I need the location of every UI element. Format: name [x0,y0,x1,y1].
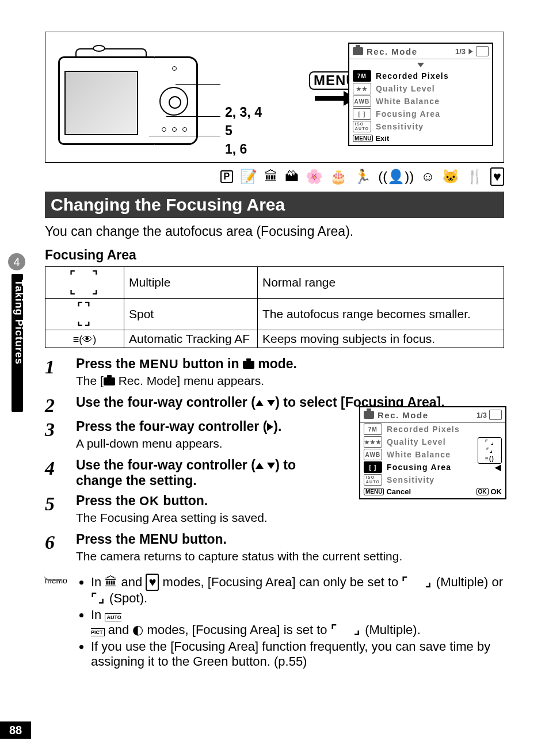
focusing-area-table: ⌜ ⌝⌞ ⌟ Multiple Normal range ⌜⌝⌞⌟ Spot T… [45,266,504,348]
table-row: ≡(👁) Automatic Tracking AF Keeps moving … [45,330,504,348]
page-content: 2, 3, 4 5 1, 6 MENU Rec. Mode 1/3 7MReco… [0,0,549,671]
memo-box: memo In 🏛 and ♥ modes, [Focusing Area] c… [45,574,504,671]
lcd-row: [ ]Focusing Area [349,108,492,120]
step-title: Press the OK button. [76,493,364,509]
spot-icon: ⌜⌝⌞⌟ [77,300,92,327]
intro-text: You can change the autofocus area (Focus… [45,224,504,239]
lcd-title: Rec. Mode [378,410,476,420]
section-heading: Changing the Focusing Area [45,192,504,218]
sub-heading: Focusing Area [45,247,504,263]
memo-swoosh-icon [44,571,61,581]
mode-icon: 🍴 [466,169,483,185]
lcd-row-active: [ ] Focusing Area ◀ ⌜ ⌟⌜⌟≡() [360,461,505,474]
step-1: 1 Press the MENU button in mode. The [ R… [45,356,504,392]
lcd-row: ★★Quality Level [349,82,492,95]
step-title: Press the MENU button in mode. [76,356,504,372]
mode-icon: ((👤)) [378,169,414,185]
multiple-icon: ⌜ ⌝⌞ ⌟ [70,269,100,296]
ok-small-icon: OK [476,488,489,495]
focus-option-popup: ⌜ ⌟⌜⌟≡() [478,437,502,464]
building-icon: 🏛 [105,575,117,589]
mode-icon-row: P 📝 🏛 🏔 🌸 🎂 🏃 ((👤)) ☺ 🐱 🍴 ♥ [45,167,504,186]
camera-icon [243,361,254,369]
mode-icon: 🌸 [306,169,323,185]
lcd-menu-focusing: Rec. Mode 1/3 7MRecorded Pixels ★★★Quali… [359,406,504,499]
chevron-right-icon [469,48,473,54]
step-desc: The [ Rec. Mode] menu appears. [76,374,504,388]
mode-icon: 🐱 [442,169,459,185]
lcd-exit: Exit [375,134,389,143]
step-desc: A pull-down menu appears. [76,437,364,450]
lcd-page: 1/3 [455,47,466,56]
mode-icon: ♥ [490,167,504,186]
lcd-row: 7MRecorded Pixels [360,423,505,436]
mode-icon: 📝 [240,169,257,185]
mode-icon: 🏔 [285,169,299,185]
diagram-step-label: 2, 3, 4 [225,105,262,120]
page-number: 88 [0,721,31,739]
mode-icon: ☺ [421,169,435,185]
lcd-menu-top: Rec. Mode 1/3 7MRecorded Pixels ★★Qualit… [348,43,493,146]
heart-icon: ♥ [146,574,159,591]
mode-icon: 🏃 [354,169,371,185]
memo-item: In AUTOPICT and ◐ modes, [Focusing Area]… [91,608,504,637]
leader-line [149,136,220,136]
camera-icon [104,377,115,385]
lcd-ok: OK [491,487,502,496]
lcd-title: Rec. Mode [367,47,455,56]
lcd-row: ISOAUTOSensitivity [349,120,492,133]
menu-small-icon: MENU [353,135,373,142]
step-title: Use the four-way controller ( ) to chang… [76,457,341,488]
lcd-cancel: Cancel [386,487,411,496]
memo-item: In 🏛 and ♥ modes, [Focusing Area] can on… [91,574,504,606]
lcd-row: ISOAUTOSensitivity [360,474,505,486]
lcd-page: 1/3 [476,411,487,419]
green-mode-icon: ◐ [132,623,143,637]
lcd-row: 7MRecorded Pixels [349,70,492,82]
auto-pict-icon: AUTOPICT [91,613,121,636]
camera-drawing [58,48,196,146]
step-title: Press the four-way controller (). [76,419,364,434]
memo-item: If you use the [Focusing Area] function … [91,639,504,669]
leader-line [176,84,220,85]
step-desc: The Focusing Area setting is saved. [76,511,364,525]
camera-icon [364,411,374,419]
mode-icon: 🎂 [330,169,347,185]
tab-icon [489,410,502,420]
diagram-step-label: 5 [225,123,232,139]
chevron-left-icon: ◀ [495,463,502,472]
camera-icon [353,47,363,55]
tab-icon [476,46,489,56]
leader-line [166,116,220,117]
mode-icon: 🏛 [264,169,278,185]
step-desc: The camera returns to capture status wit… [76,549,504,563]
memo-label: memo [45,574,76,671]
table-row: ⌜⌝⌞⌟ Spot The autofocus range becomes sm… [45,299,504,330]
step-title: Press the MENU button. [76,532,504,547]
menu-small-icon: MENU [364,488,384,495]
diagram-step-label: 1, 6 [225,142,247,157]
table-row: ⌜ ⌝⌞ ⌟ Multiple Normal range [45,267,504,299]
step-6: 6 Press the MENU button. The camera retu… [45,532,504,568]
top-diagram: 2, 3, 4 5 1, 6 MENU Rec. Mode 1/3 7MReco… [45,32,504,163]
chevron-down-icon [417,63,424,67]
lcd-row: AWBWhite Balance [349,95,492,108]
tracking-icon: ≡(👁) [73,334,97,345]
mode-icon: P [220,170,234,183]
